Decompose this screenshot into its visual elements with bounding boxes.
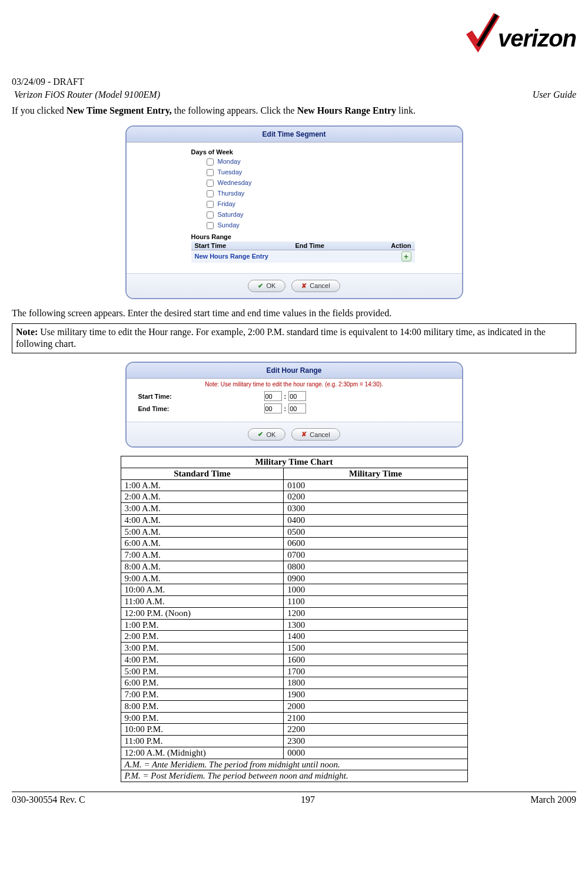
cancel-button[interactable]: ✘Cancel — [291, 280, 340, 292]
edit-hour-range-panel: Edit Hour Range Note: Use military time … — [125, 362, 463, 448]
panel-title: Edit Hour Range — [127, 363, 462, 379]
standard-time-cell: 12:00 A.M. (Midnight) — [121, 747, 284, 759]
military-time-cell: 0600 — [284, 538, 467, 549]
verizon-wordmark: verizon — [498, 25, 576, 53]
military-time-cell: 0900 — [284, 572, 467, 584]
day-row-saturday[interactable]: Saturday — [204, 210, 456, 220]
military-time-cell: 1400 — [284, 631, 467, 643]
military-time-cell: 1800 — [284, 677, 467, 689]
standard-time-cell: 10:00 A.M. — [121, 584, 284, 596]
note-box: Note: Use military time to edit the Hour… — [12, 323, 576, 354]
day-label: Sunday — [218, 221, 240, 230]
start-time-label: Start Time: — [138, 393, 262, 400]
military-time-cell: 0800 — [284, 561, 467, 572]
page-footer: 030-300554 Rev. C 197 March 2009 — [12, 792, 576, 805]
military-time-cell: 1700 — [284, 666, 467, 677]
military-time-cell: 1600 — [284, 654, 467, 666]
days-list: Monday Tuesday Wednesday Thursday Friday… — [191, 157, 456, 231]
add-icon[interactable]: + — [401, 251, 411, 261]
military-time-cell: 0300 — [284, 503, 467, 515]
standard-time-cell: 6:00 A.M. — [121, 538, 284, 549]
col-start-time: Start Time — [191, 241, 292, 250]
standard-time-cell: 5:00 P.M. — [121, 666, 284, 677]
standard-time-cell: 3:00 A.M. — [121, 503, 284, 515]
military-time-cell: 2000 — [284, 700, 467, 712]
pm-definition: P.M. = Post Meridiem. The period between… — [121, 770, 467, 782]
ok-button[interactable]: ✔OK — [248, 428, 285, 441]
new-hours-range-entry-link[interactable]: New Hours Range Entry — [191, 250, 292, 263]
day-row-monday[interactable]: Monday — [204, 157, 456, 167]
between-text: The following screen appears. Enter the … — [12, 307, 576, 320]
day-label: Thursday — [218, 189, 245, 198]
end-minute-input[interactable] — [288, 403, 306, 413]
start-hour-input[interactable] — [264, 391, 282, 401]
header-draft-line: 03/24/09 - DRAFT — [12, 77, 576, 87]
end-time-label: End Time: — [138, 405, 262, 412]
military-time-cell: 0500 — [284, 526, 467, 538]
intro-text: If you clicked New Time Segment Entry, t… — [12, 105, 576, 117]
hours-range-label: Hours Range — [191, 233, 456, 240]
standard-time-cell: 6:00 P.M. — [121, 677, 284, 689]
standard-time-cell: 9:00 A.M. — [121, 572, 284, 584]
military-time-cell: 1100 — [284, 596, 467, 608]
check-icon: ✔ — [258, 431, 263, 438]
col-standard-time: Standard Time — [121, 468, 284, 479]
chart-title: Military Time Chart — [121, 456, 467, 468]
checkbox-monday[interactable] — [207, 158, 214, 165]
start-minute-input[interactable] — [288, 391, 306, 401]
end-hour-input[interactable] — [264, 403, 282, 413]
colon-separator: : — [284, 393, 287, 400]
day-label: Friday — [218, 200, 236, 208]
standard-time-cell: 7:00 P.M. — [121, 689, 284, 701]
standard-time-cell: 4:00 A.M. — [121, 514, 284, 526]
day-row-friday[interactable]: Friday — [204, 199, 456, 210]
military-time-chart: Military Time Chart Standard Time Milita… — [121, 456, 468, 782]
footer-docnum: 030-300554 Rev. C — [12, 794, 85, 805]
military-time-cell: 0100 — [284, 479, 467, 491]
x-icon: ✘ — [301, 282, 307, 290]
checkbox-saturday[interactable] — [207, 211, 214, 218]
header-product: Verizon FiOS Router (Model 9100EM) — [14, 90, 160, 100]
checkbox-friday[interactable] — [207, 201, 214, 208]
day-row-sunday[interactable]: Sunday — [204, 220, 456, 231]
standard-time-cell: 11:00 P.M. — [121, 736, 284, 747]
standard-time-cell: 1:00 A.M. — [121, 479, 284, 491]
standard-time-cell: 5:00 A.M. — [121, 526, 284, 538]
x-icon: ✘ — [301, 431, 307, 438]
checkbox-wednesday[interactable] — [207, 180, 214, 187]
military-time-cell: 1500 — [284, 643, 467, 654]
day-label: Monday — [218, 157, 241, 166]
military-time-cell: 0200 — [284, 491, 467, 503]
military-time-cell: 2100 — [284, 712, 467, 724]
checkbox-sunday[interactable] — [207, 222, 214, 229]
military-time-cell: 1200 — [284, 607, 467, 619]
day-row-tuesday[interactable]: Tuesday — [204, 167, 456, 178]
day-row-thursday[interactable]: Thursday — [204, 188, 456, 199]
hours-range-table: Start Time End Time Action New Hours Ran… — [191, 241, 415, 263]
verizon-check-icon — [466, 12, 501, 53]
military-time-cell: 1300 — [284, 619, 467, 631]
standard-time-cell: 3:00 P.M. — [121, 643, 284, 654]
standard-time-cell: 8:00 P.M. — [121, 700, 284, 712]
military-time-cell: 1000 — [284, 584, 467, 596]
colon-separator: : — [284, 405, 287, 412]
checkbox-thursday[interactable] — [207, 190, 214, 197]
military-time-cell: 2200 — [284, 724, 467, 736]
ok-button[interactable]: ✔OK — [248, 280, 285, 292]
standard-time-cell: 12:00 P.M. (Noon) — [121, 607, 284, 619]
military-time-cell: 0400 — [284, 514, 467, 526]
standard-time-cell: 4:00 P.M. — [121, 654, 284, 666]
military-time-cell: 0000 — [284, 747, 467, 759]
panel-title: Edit Time Segment — [127, 127, 462, 143]
am-definition: A.M. = Ante Meridiem. The period from mi… — [121, 759, 467, 770]
standard-time-cell: 11:00 A.M. — [121, 596, 284, 608]
checkbox-tuesday[interactable] — [207, 169, 214, 176]
military-time-cell: 1900 — [284, 689, 467, 701]
cancel-button[interactable]: ✘Cancel — [291, 428, 340, 441]
day-row-wednesday[interactable]: Wednesday — [204, 178, 456, 188]
day-label: Wednesday — [218, 178, 252, 187]
standard-time-cell: 10:00 P.M. — [121, 724, 284, 736]
standard-time-cell: 9:00 P.M. — [121, 712, 284, 724]
military-time-cell: 0700 — [284, 549, 467, 561]
footer-pagenum: 197 — [301, 794, 315, 805]
